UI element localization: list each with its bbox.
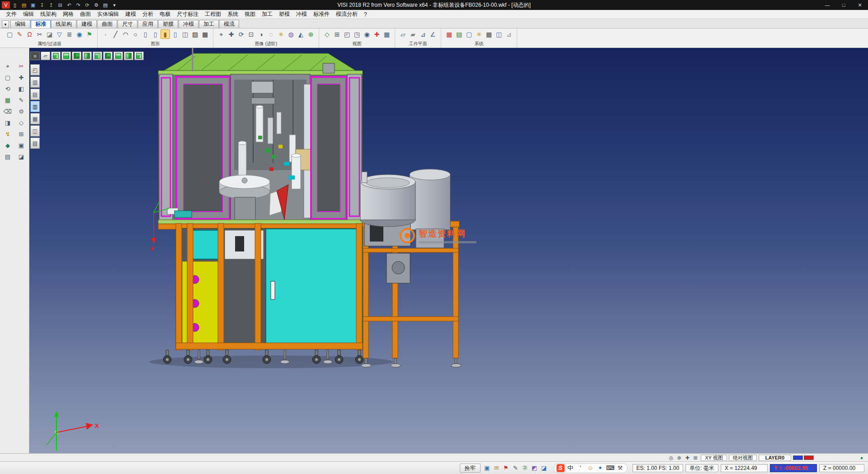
flag-filter-icon[interactable]: ⚑: [85, 29, 94, 39]
tab-10[interactable]: 模流: [219, 20, 239, 28]
grid-status-icon[interactable]: ⊞: [692, 455, 699, 461]
layers-title-icon[interactable]: ▤: [101, 1, 109, 9]
rotate-icon[interactable]: ⟲: [2, 84, 14, 94]
ime-punct-icon[interactable]: ’: [576, 464, 585, 472]
menu-item[interactable]: 分析: [139, 10, 156, 18]
material-icon[interactable]: ◍: [286, 29, 296, 39]
view-cube-front-icon[interactable]: [72, 52, 81, 60]
solid-icon[interactable]: ▣: [15, 141, 27, 151]
menu-item[interactable]: 建模: [122, 10, 139, 18]
view-cube-iso-icon[interactable]: [51, 52, 61, 60]
grid-view-icon[interactable]: ▦: [382, 29, 392, 39]
axes-icon[interactable]: ✚: [372, 29, 382, 39]
filter-icon[interactable]: ▽: [55, 29, 64, 39]
point-icon[interactable]: ∙: [101, 29, 110, 39]
menu-item[interactable]: 编辑: [20, 10, 37, 18]
mesh-icon[interactable]: ▦: [2, 95, 14, 105]
tab-5[interactable]: 尺寸: [118, 20, 137, 28]
zoom-in-status-icon[interactable]: ⊕: [675, 455, 683, 461]
profile-2-icon[interactable]: ▯: [151, 29, 160, 39]
menu-item[interactable]: 线架构: [37, 10, 60, 18]
tab-4[interactable]: 曲面: [97, 20, 117, 28]
cube-tray-icon[interactable]: ◪: [540, 464, 548, 472]
system-ruler-icon[interactable]: ⊿: [504, 29, 514, 39]
grid-graphic-icon[interactable]: ▦: [200, 29, 210, 39]
flag-icon[interactable]: ⚑: [502, 464, 510, 472]
menu-item[interactable]: 网格: [60, 10, 77, 18]
tab-6[interactable]: 应用: [138, 20, 158, 28]
eraser-panel-icon[interactable]: ◪: [15, 152, 27, 162]
arc-icon[interactable]: ◠: [121, 29, 130, 39]
selection-box-icon[interactable]: ▢: [2, 73, 14, 83]
pan-status-icon[interactable]: ✚: [684, 455, 691, 461]
shaded-display-icon[interactable]: ▮: [160, 29, 170, 39]
minimize-button[interactable]: —: [819, 0, 835, 10]
section-view-icon[interactable]: ◭: [296, 29, 306, 39]
message-icon[interactable]: ✉: [492, 464, 501, 472]
ucs-indicator-icon[interactable]: ●: [858, 455, 865, 461]
zoom-icon[interactable]: ⌖: [217, 29, 226, 39]
line-icon[interactable]: ╱: [111, 29, 120, 39]
tab-0[interactable]: 编辑: [10, 20, 30, 28]
system-table-icon[interactable]: ▩: [484, 29, 494, 39]
circle-icon[interactable]: ○: [131, 29, 140, 39]
properties-brush-icon[interactable]: ✎: [15, 29, 24, 39]
display-filter-1-icon[interactable]: ◰: [30, 64, 40, 76]
new-file-icon[interactable]: ▯: [11, 1, 19, 9]
snap-point-icon[interactable]: ⌖: [2, 62, 14, 71]
system-config-icon[interactable]: ✳: [474, 29, 484, 39]
render-check-icon[interactable]: ⊛: [306, 29, 316, 39]
mask-icon[interactable]: ◨: [2, 118, 14, 128]
tab-overflow-button[interactable]: ▼: [2, 20, 9, 28]
menu-item[interactable]: ?: [361, 11, 370, 18]
system-screen-icon[interactable]: ▢: [464, 29, 474, 39]
view-cube-top-icon[interactable]: [61, 52, 71, 60]
menu-item[interactable]: 视图: [241, 10, 259, 18]
menu-item[interactable]: 模流分析: [333, 10, 361, 18]
cut-icon[interactable]: ✂: [35, 29, 44, 39]
layer-list-icon[interactable]: ≣: [65, 29, 74, 39]
open-file-icon[interactable]: ▤: [20, 1, 28, 9]
viewport-menu-icon[interactable]: ≡: [30, 52, 40, 60]
view-cube-left-icon[interactable]: [82, 52, 92, 60]
print-icon[interactable]: ⊟: [56, 1, 64, 9]
display-filter-5-icon[interactable]: ▦: [30, 113, 40, 124]
profile-1-icon[interactable]: ▯: [141, 29, 150, 39]
front-view-icon[interactable]: ◰: [342, 29, 352, 39]
delete-icon[interactable]: ⌫: [2, 107, 14, 117]
menu-item[interactable]: 工程图: [202, 10, 224, 18]
visi-logo-icon[interactable]: V: [2, 1, 10, 9]
top-view-icon[interactable]: ⊞: [332, 29, 342, 39]
qat-dropdown-icon[interactable]: ▾: [110, 1, 118, 9]
eraser-filter-icon[interactable]: ◪: [45, 29, 54, 39]
display-filter-3-icon[interactable]: ▤: [30, 89, 40, 100]
pan-icon[interactable]: ✚: [226, 29, 236, 39]
half-section-icon[interactable]: ◧: [15, 84, 27, 94]
menu-item[interactable]: 冲模: [293, 10, 310, 18]
view-plane-icon[interactable]: ▱: [41, 52, 50, 60]
workplane-shaded-icon[interactable]: ▰: [408, 29, 418, 39]
refresh-icon[interactable]: ⟳: [83, 1, 91, 9]
ime-language-icon[interactable]: 中: [566, 464, 575, 472]
zoom-window-icon[interactable]: ⊡: [246, 29, 256, 39]
hatch-icon[interactable]: ▨: [190, 29, 200, 39]
export-icon[interactable]: ↥: [47, 1, 55, 9]
settings-icon[interactable]: ⚙: [92, 1, 100, 9]
layers-panel-icon[interactable]: ▤: [2, 152, 14, 162]
display-filter-4-icon[interactable]: ▥: [30, 101, 40, 112]
maximize-button[interactable]: □: [835, 0, 852, 10]
measure-icon[interactable]: ◇: [15, 118, 27, 128]
color-swatch[interactable]: [793, 455, 803, 460]
tab-8[interactable]: 冲模: [179, 20, 198, 28]
workplane-tri-icon[interactable]: ⊿: [418, 29, 428, 39]
tab-3[interactable]: 建模: [77, 20, 97, 28]
view-cube-back-icon[interactable]: [103, 52, 113, 60]
menu-item[interactable]: 加工: [259, 10, 276, 18]
ime-mic-icon[interactable]: ✦: [596, 464, 604, 472]
ime-keyboard-icon[interactable]: ⌨: [606, 464, 614, 472]
vertex-icon[interactable]: ◆: [2, 141, 14, 151]
copy-graphic-icon[interactable]: ◫: [180, 29, 190, 39]
display-settings-icon[interactable]: ▣: [483, 464, 491, 472]
trim-icon[interactable]: ✂: [15, 62, 27, 71]
magnet-filter-icon[interactable]: Ω: [25, 29, 34, 39]
